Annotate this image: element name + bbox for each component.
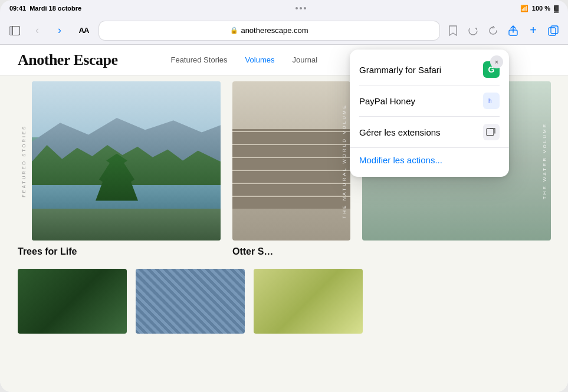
nav-journal[interactable]: Journal [292, 55, 317, 64]
status-date: Mardi 18 octobre [29, 5, 81, 12]
card-otter[interactable]: THE NATURAL WORLD VOLUME Otter S… [232, 81, 350, 257]
status-left: 09:41 Mardi 18 octobre [9, 5, 81, 12]
honey-label: PayPal Honey [359, 96, 476, 106]
honey-icon: h [483, 93, 500, 109]
new-tab-button[interactable]: + [524, 22, 542, 39]
dropdown-close-button[interactable]: × [490, 55, 503, 68]
svg-rect-5 [549, 28, 556, 35]
card2-image: THE NATURAL WORLD VOLUME [232, 81, 350, 241]
share-button[interactable] [504, 22, 522, 39]
wifi-icon: 📶 [520, 5, 528, 12]
card2-title: Otter S… [232, 246, 350, 257]
battery-label: 100 % [532, 5, 550, 12]
card-trees-for-life[interactable]: FEATURED STORIES Trees for Life [18, 81, 221, 257]
svg-text:h: h [488, 98, 492, 104]
bookmark-button[interactable] [444, 22, 462, 39]
refresh-content-button[interactable] [464, 22, 482, 39]
manage-extensions-label: Gérer les extensions [359, 127, 476, 137]
modify-actions-link[interactable]: Modifier les actions... [350, 148, 509, 172]
browser-toolbar: ‹ › AA 🔒 anotherescape.com [0, 17, 568, 45]
sidebar-button[interactable] [6, 22, 24, 39]
back-button[interactable]: ‹ [28, 22, 46, 39]
reader-mode-button[interactable]: AA [73, 22, 94, 39]
lock-icon: 🔒 [230, 27, 238, 34]
site-logo: Another Escape [18, 51, 117, 69]
card3-vertical-label: THE WATER VOLUME [542, 123, 547, 199]
extension-grammarly[interactable]: Grammarly for Safari G [350, 54, 509, 85]
featured-sidebar: FEATURED STORIES [18, 81, 29, 241]
status-bar: 09:41 Mardi 18 octobre 📶 100 % ▓ [0, 0, 568, 17]
address-bar[interactable]: 🔒 anotherescape.com [99, 21, 439, 40]
address-text: anotherescape.com [241, 26, 308, 35]
tabs-button[interactable] [544, 22, 562, 39]
status-time: 09:41 [9, 5, 26, 12]
extension-honey[interactable]: PayPal Honey h [350, 85, 509, 116]
extensions-dropdown: × Grammarly for Safari G PayPal Honey h … [350, 50, 509, 177]
status-right: 📶 100 % ▓ [520, 5, 559, 12]
svg-point-3 [469, 27, 477, 35]
featured-label: FEATURED STORIES [21, 125, 27, 197]
battery-icon: ▓ [554, 5, 559, 12]
thumb-forest[interactable] [18, 269, 127, 334]
card1-title: Trees for Life [18, 246, 221, 257]
card1-image [32, 81, 221, 241]
nav-featured-stories[interactable]: Featured Stories [170, 55, 227, 64]
close-icon: × [495, 58, 498, 65]
toolbar-right: + [444, 22, 562, 39]
forward-button[interactable]: › [51, 22, 68, 39]
svg-rect-6 [551, 26, 558, 34]
svg-rect-9 [487, 129, 494, 136]
nav-volumes[interactable]: Volumes [245, 55, 275, 64]
reload-button[interactable] [484, 22, 502, 39]
three-dots-center [296, 7, 306, 9]
thumbnails-row [0, 257, 568, 334]
thumb-meadow[interactable] [254, 269, 363, 334]
grammarly-label: Grammarly for Safari [359, 65, 476, 75]
thumb-pattern[interactable] [136, 269, 245, 334]
manage-icon [483, 124, 500, 140]
card2-vertical-label: THE NATURAL WORLD VOLUME [342, 104, 347, 219]
manage-extensions-row[interactable]: Gérer les extensions [350, 117, 509, 148]
webpage: Another Escape Featured Stories Volumes … [0, 45, 568, 392]
svg-rect-1 [10, 26, 13, 35]
